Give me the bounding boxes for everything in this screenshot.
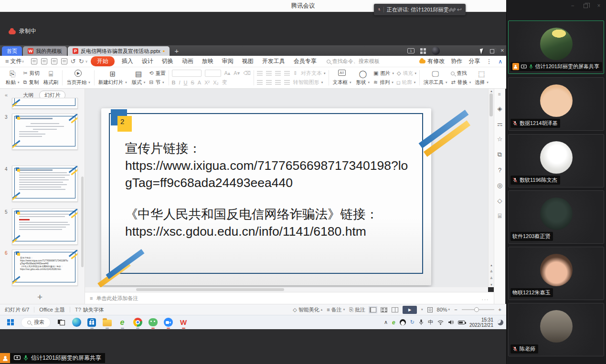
replace-button[interactable]: ⇄替换▾: [451, 79, 471, 86]
line-spacing-icon[interactable]: ⇕: [293, 70, 298, 76]
underline-button[interactable]: U: [184, 80, 188, 85]
print-icon[interactable]: [51, 58, 57, 64]
arrange-button[interactable]: ≋排列▾: [373, 79, 394, 86]
present-tools-button[interactable]: 🖵演示工具▾: [423, 68, 448, 87]
menu-tab-member[interactable]: 会员专享: [289, 57, 321, 65]
maximize-button[interactable]: [584, 4, 588, 8]
phonetic-button[interactable]: 变: [222, 79, 227, 86]
battery-icon[interactable]: [458, 321, 465, 324]
effects-icon[interactable]: ◇: [498, 197, 502, 204]
notes-more-button[interactable]: ...: [482, 295, 489, 301]
collapse-panel-icon[interactable]: «: [5, 92, 8, 98]
duplicate-pane-icon[interactable]: ⧉: [498, 151, 502, 158]
window-layout-icon[interactable]: 1: [407, 48, 415, 53]
italic-button[interactable]: I: [179, 80, 180, 85]
start-button[interactable]: [4, 316, 17, 329]
tray-expand-icon[interactable]: ∧: [384, 319, 388, 325]
bullets-icon[interactable]: [257, 71, 263, 75]
vertical-scrollbar[interactable]: ▴ ▴ ≙ ≚ ▾: [488, 89, 494, 287]
tab-templates[interactable]: W 我的亮模板: [23, 46, 67, 56]
subscript-button[interactable]: X₂: [213, 80, 219, 85]
save-icon[interactable]: [31, 58, 37, 64]
file-explorer[interactable]: [101, 316, 113, 329]
align-text-button[interactable]: 对齐文本▾: [301, 70, 326, 77]
notes-placeholder[interactable]: 单击此处添加备注: [96, 295, 138, 302]
wifi-icon[interactable]: [437, 320, 444, 325]
wps-app[interactable]: W: [177, 316, 190, 329]
taskbar-search[interactable]: 搜索: [21, 317, 51, 328]
slide-thumbnail-6-selected[interactable]: 6 宣传片链接： https://www.ixigua.com/71776566…: [12, 250, 78, 286]
scroll-thumb[interactable]: [489, 94, 493, 116]
superscript-button[interactable]: X²: [204, 80, 210, 85]
theme-name[interactable]: Office 主题: [39, 306, 65, 313]
favorites-icon[interactable]: ☆: [497, 135, 503, 143]
fill-button[interactable]: ◇填充▾: [397, 70, 416, 77]
menu-tab-transition[interactable]: 切换: [158, 57, 178, 65]
slide-thumbnail-partial[interactable]: [12, 98, 78, 109]
zoom-slider[interactable]: [462, 309, 494, 310]
stickers-icon[interactable]: ◎: [497, 182, 502, 189]
modified-status[interactable]: 有修改: [419, 57, 445, 65]
slide-thumbnail-3[interactable]: 3: [12, 114, 78, 150]
font-name-box[interactable]: [172, 70, 202, 77]
account-avatar[interactable]: [432, 47, 440, 55]
browser-360[interactable]: e: [116, 316, 128, 329]
reset-button[interactable]: ⟲重置: [149, 70, 165, 77]
print-preview-icon[interactable]: [61, 58, 67, 64]
ime-indicator[interactable]: 中: [428, 319, 433, 326]
notes-bar[interactable]: ≡ 单击此处添加备注 ...: [85, 292, 494, 304]
menu-tab-insert[interactable]: 插入: [117, 57, 138, 65]
notes-button[interactable]: ≡备注▾: [327, 306, 345, 313]
chrome-browser[interactable]: [131, 316, 144, 329]
bold-button[interactable]: B: [172, 80, 176, 85]
tray-sync-icon[interactable]: ↻: [410, 319, 415, 325]
slide-text[interactable]: 宣传片链接： https://www.ixigua.com/7177656698…: [125, 140, 421, 240]
wps-restore-button[interactable]: [490, 49, 494, 53]
indent-less-icon[interactable]: [275, 71, 281, 75]
wechat-app[interactable]: [147, 316, 159, 329]
comments-button[interactable]: ⎘批注: [349, 306, 365, 313]
hamburger-icon[interactable]: ≡: [5, 58, 9, 65]
apps-grid-icon[interactable]: [420, 48, 426, 54]
indent-more-icon[interactable]: [284, 71, 290, 75]
adjust-icon[interactable]: ⚎: [497, 120, 503, 127]
menu-tab-devtools[interactable]: 开发工具: [258, 57, 289, 65]
slide-thumbnail-4[interactable]: 4: [12, 166, 78, 202]
shapes-button[interactable]: ◯形状▾: [355, 68, 371, 87]
copy-button[interactable]: ⧉复制: [23, 79, 40, 86]
menu-tab-review[interactable]: 审阅: [218, 57, 238, 65]
justify-icon[interactable]: [284, 80, 290, 84]
clear-format-icon[interactable]: ⌫: [243, 70, 251, 76]
zoom-in-button[interactable]: +: [499, 307, 501, 312]
command-search[interactable]: 查找命令、搜索模板: [327, 58, 380, 65]
font-size-box[interactable]: [205, 70, 221, 77]
night-mode-icon[interactable]: [498, 320, 503, 325]
tab-document[interactable]: P 反电信网络诈骗普及宣传活动.pptx •: [68, 46, 170, 56]
textbox-button[interactable]: A≡文本框▾: [332, 68, 352, 87]
slide-thumbnail-5[interactable]: 5: [12, 208, 78, 245]
grow-font-icon[interactable]: A▴: [224, 70, 231, 76]
slide-2[interactable]: 2 宣传片链接： https://www.ixigua.com/71776566…: [101, 108, 431, 285]
tab-home[interactable]: 首页: [2, 46, 22, 56]
participant-tile[interactable]: 软件1203蔡正贤: [508, 190, 604, 244]
menu-tab-animation[interactable]: 动画: [178, 57, 198, 65]
edge-browser[interactable]: [70, 316, 83, 329]
format-painter-button[interactable]: ⌸格式刷: [43, 68, 60, 87]
participant-tile[interactable]: 数软1196陈文杰: [508, 134, 604, 187]
select-button[interactable]: ⬚选择▾: [474, 68, 489, 87]
quick-tools-icon[interactable]: ◈: [498, 105, 502, 112]
wps-close-button[interactable]: ×: [500, 47, 504, 54]
toolbar-caret-icon[interactable]: ∨: [85, 60, 88, 63]
slideshow-play-button[interactable]: ▶: [403, 306, 417, 314]
reference-icon[interactable]: ⌸: [498, 212, 502, 220]
align-center-icon[interactable]: [266, 80, 272, 84]
missing-font-warning[interactable]: 缺失字体: [83, 306, 104, 313]
file-menu[interactable]: 文件: [11, 57, 22, 65]
speaker-icon[interactable]: [448, 320, 454, 325]
to-smartart-button[interactable]: 转智能图形▾: [293, 79, 323, 86]
undo-icon[interactable]: ↺: [71, 58, 76, 65]
outline-button[interactable]: □轮廓▾: [397, 79, 416, 86]
align-right-icon[interactable]: [275, 80, 281, 84]
share-button[interactable]: 分享: [468, 57, 480, 65]
rail-handle[interactable]: ≡: [498, 92, 501, 97]
